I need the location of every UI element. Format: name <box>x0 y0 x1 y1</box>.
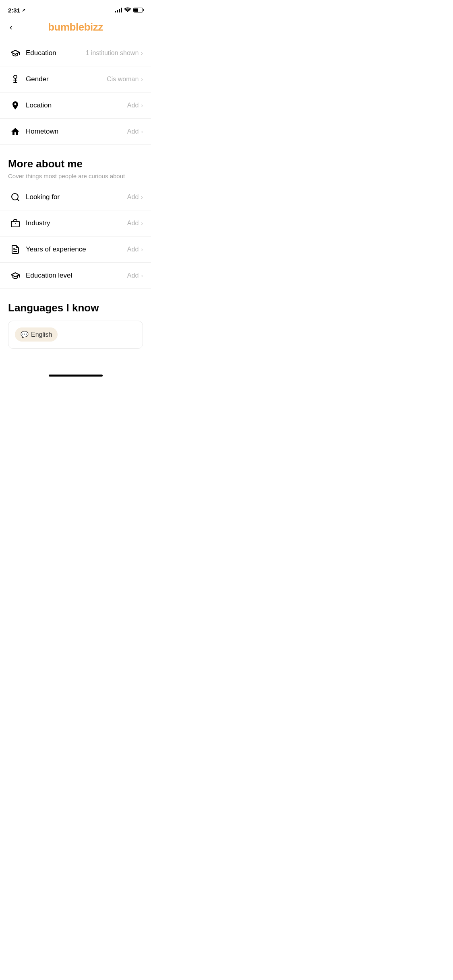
battery-icon <box>133 8 143 12</box>
industry-value: Add <box>127 220 139 227</box>
search-icon <box>8 192 23 202</box>
hometown-item[interactable]: Hometown Add › <box>0 119 151 145</box>
education-level-icon <box>8 271 23 280</box>
language-english-tag[interactable]: 💬 English <box>15 327 58 342</box>
education-level-label: Education level <box>26 272 127 280</box>
status-icons <box>115 7 143 13</box>
graduation-cap-icon <box>8 48 23 58</box>
languages-container: 💬 English <box>8 321 143 349</box>
looking-for-value: Add <box>127 194 139 201</box>
more-about-me-section: More about me Cover things most people a… <box>0 145 151 184</box>
app-title-bizz: bizz <box>84 21 103 33</box>
back-button[interactable]: ‹ <box>8 21 14 33</box>
education-level-chevron-icon: › <box>141 272 143 279</box>
education-label: Education <box>26 49 86 57</box>
looking-for-chevron-icon: › <box>141 194 143 200</box>
hometown-icon <box>8 127 23 136</box>
looking-for-label: Looking for <box>26 193 127 201</box>
location-item[interactable]: Location Add › <box>0 93 151 119</box>
more-about-me-subtitle: Cover things most people are curious abo… <box>8 173 143 179</box>
industry-label: Industry <box>26 219 127 227</box>
education-level-item[interactable]: Education level Add › <box>0 263 151 289</box>
header: ‹ bumblebizz <box>0 18 151 40</box>
svg-point-0 <box>14 75 17 78</box>
gender-chevron-icon: › <box>141 76 143 82</box>
signal-strength-icon <box>115 8 122 12</box>
chat-icon: 💬 <box>21 331 29 338</box>
years-experience-chevron-icon: › <box>141 246 143 253</box>
location-label: Location <box>26 101 127 109</box>
years-experience-value: Add <box>127 246 139 253</box>
app-title-bumble: bumble <box>48 21 84 33</box>
home-bar <box>49 375 103 377</box>
location-arrow-icon: ↗ <box>22 8 25 13</box>
home-indicator <box>0 371 151 379</box>
time-display: 2:31 <box>8 7 20 14</box>
languages-title: Languages I know <box>8 302 143 314</box>
content: Education 1 institution shown › Gender C… <box>0 40 151 355</box>
education-value: 1 institution shown <box>86 49 139 57</box>
education-item[interactable]: Education 1 institution shown › <box>0 40 151 66</box>
status-bar: 2:31 ↗ <box>0 0 151 18</box>
years-experience-label: Years of experience <box>26 245 127 253</box>
hometown-chevron-icon: › <box>141 128 143 135</box>
hometown-label: Hometown <box>26 128 127 136</box>
gender-item[interactable]: Gender Cis woman › <box>0 66 151 93</box>
app-title: bumblebizz <box>48 21 103 33</box>
wifi-icon <box>124 7 131 13</box>
hometown-value: Add <box>127 128 139 135</box>
briefcase-icon <box>8 218 23 228</box>
languages-section: Languages I know 💬 English <box>0 289 151 355</box>
gender-icon <box>8 74 23 84</box>
more-about-me-title: More about me <box>8 158 143 170</box>
svg-line-5 <box>17 199 19 201</box>
gender-label: Gender <box>26 75 107 83</box>
status-time: 2:31 ↗ <box>8 7 25 14</box>
industry-chevron-icon: › <box>141 220 143 226</box>
years-experience-item[interactable]: Years of experience Add › <box>0 237 151 263</box>
looking-for-item[interactable]: Looking for Add › <box>0 184 151 210</box>
language-english-label: English <box>31 331 52 338</box>
gender-value: Cis woman <box>107 76 139 83</box>
industry-item[interactable]: Industry Add › <box>0 210 151 237</box>
document-icon <box>8 245 23 254</box>
location-pin-icon <box>8 101 23 110</box>
education-chevron-icon: › <box>141 50 143 56</box>
education-level-value: Add <box>127 272 139 279</box>
location-chevron-icon: › <box>141 102 143 109</box>
svg-rect-6 <box>11 221 19 227</box>
location-value: Add <box>127 102 139 109</box>
